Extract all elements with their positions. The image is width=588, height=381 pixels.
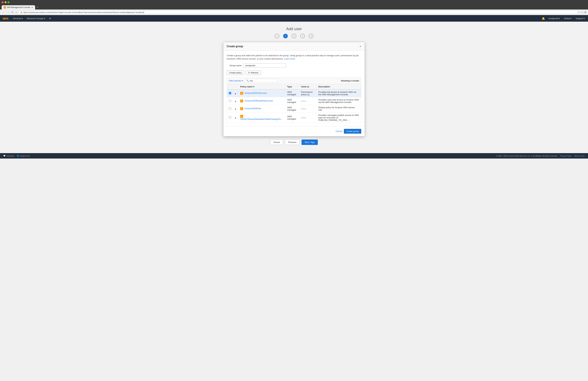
expand-icon-3	[235, 108, 236, 110]
traffic-lights	[2, 1, 586, 3]
policy-name-link-1[interactable]: AmazonSNSFullAccess	[244, 92, 267, 94]
policy-icon-3: ■	[240, 107, 243, 110]
toolbar-extensions: ⋯ ☆ ☰	[578, 11, 586, 14]
row-checkbox-4[interactable]	[229, 116, 231, 119]
create-group-button[interactable]: Create group	[344, 129, 361, 134]
modal-header: Create group ×	[223, 42, 365, 51]
privacy-policy-link[interactable]: Privacy Policy	[560, 155, 571, 157]
table-row: ■ AmazonSNSReadOnlyAccess AWS managed No…	[227, 97, 361, 105]
extensions-icon: ⋯	[578, 11, 581, 14]
region-nav-item[interactable]: Global	[563, 17, 572, 20]
learn-more-link[interactable]: Learn more	[284, 58, 295, 60]
browser-tabs: ⚡ IAM Management Console ✕ +	[2, 5, 586, 10]
feedback-link[interactable]: 💬 Feedback	[3, 155, 14, 157]
policy-table: Policy name ▾ Type Used as Description	[227, 84, 361, 123]
row-checkbox-cell-2[interactable]	[227, 97, 233, 105]
refresh-button[interactable]: ↻ Refresh	[246, 70, 261, 75]
back-button[interactable]: ←	[2, 11, 5, 14]
type-header: Type	[285, 84, 299, 90]
services-nav-item[interactable]: Services	[12, 17, 23, 20]
policy-name-link-3[interactable]: AmazonSNSRole	[244, 107, 261, 110]
step-3: 3	[292, 34, 296, 38]
resource-groups-nav-item[interactable]: Resource Groups	[26, 17, 46, 20]
close-window-button[interactable]	[2, 1, 4, 3]
refresh-icon: ↻	[248, 71, 250, 74]
modal-cancel-button[interactable]: Cancel	[336, 129, 342, 134]
modal-title: Create group	[227, 45, 243, 48]
search-input[interactable]	[250, 80, 276, 82]
search-box: 🔍	[245, 79, 277, 83]
description-header: Description	[316, 84, 361, 90]
row-checkbox-cell-1[interactable]	[227, 89, 233, 97]
policy-name-link-2[interactable]: AmazonSNSReadOnlyAccess	[244, 100, 273, 102]
policy-name-cell-4: ■ AWSIoTDeviceDefenderPublishFindingsTo.…	[238, 113, 285, 123]
sort-icon: ▾	[253, 85, 254, 88]
row-checkbox-3[interactable]	[229, 107, 231, 110]
modal-close-button[interactable]: ×	[359, 45, 361, 48]
step-2: 2	[283, 34, 288, 38]
policy-name-link-4[interactable]: AWSIoTDeviceDefenderPublishFindingsTo...	[240, 118, 282, 120]
create-group-modal: Create group × Create a group and select…	[223, 42, 365, 136]
home-button[interactable]: ⌂	[15, 11, 18, 14]
maximize-window-button[interactable]	[8, 1, 10, 3]
row-checkbox-cell-3[interactable]	[227, 105, 233, 113]
services-chevron-icon	[22, 17, 23, 20]
pin-icon[interactable]: ★	[48, 17, 52, 20]
tab-title: IAM Management Console	[7, 6, 30, 9]
previous-button[interactable]: Previous	[285, 140, 300, 145]
row-checkbox-1[interactable]	[229, 92, 231, 94]
user-nav-item[interactable]: sendportal	[548, 17, 561, 20]
language-selector[interactable]: 🌐 English (US)	[17, 155, 30, 157]
expand-cell-3[interactable]	[233, 105, 238, 113]
group-name-input[interactable]	[243, 63, 286, 68]
terms-of-use-link[interactable]: Terms of Use	[574, 155, 585, 157]
tab-favicon: ⚡	[4, 6, 6, 9]
next-button[interactable]: Next: Tags	[302, 140, 318, 145]
forward-button[interactable]: →	[6, 11, 10, 14]
support-chevron-icon	[584, 17, 585, 20]
expand-cell-2[interactable]	[233, 97, 238, 105]
user-label: sendportal	[548, 17, 558, 20]
table-row: ■ AmazonSNSFullAccess AWS managed Permis…	[227, 89, 361, 97]
filter-left: Filter policies 🔍	[229, 79, 277, 83]
tab-close-button[interactable]: ✕	[31, 6, 33, 9]
modal-description: Create a group and select the policies t…	[227, 54, 361, 60]
page-cancel-button[interactable]: Cancel	[270, 140, 283, 145]
minimize-window-button[interactable]	[5, 1, 7, 3]
used-as-cell-2: None	[299, 97, 316, 105]
bookmark-icon: ☆	[581, 11, 584, 14]
row-checkbox-cell-4[interactable]	[227, 113, 233, 123]
step-4: 4	[300, 34, 305, 38]
copyright-text: © 2008 - 2020, Amazon Web Services, Inc.…	[496, 155, 558, 157]
aws-logo: aws	[3, 17, 8, 20]
expand-cell-4[interactable]	[233, 113, 238, 123]
group-name-row: Group name	[227, 63, 361, 68]
filter-chevron-icon	[242, 80, 243, 82]
reload-button[interactable]: ↻	[11, 11, 14, 14]
browser-chrome: ⚡ IAM Management Console ✕ +	[0, 0, 588, 10]
page-footer-buttons: Cancel Previous Next: Tags	[7, 136, 581, 148]
menu-icon[interactable]: ☰	[584, 11, 586, 14]
services-label: Services	[13, 17, 21, 20]
policy-icon-4: ■	[240, 115, 243, 118]
description-cell-3: Default policy for Amazon SNS service ro…	[316, 105, 361, 113]
active-tab[interactable]: ⚡ IAM Management Console ✕	[2, 5, 35, 10]
new-tab-button[interactable]: +	[35, 5, 40, 10]
group-name-label: Group name	[227, 64, 242, 67]
description-cell-2: Provides read only access to Amazon SNS …	[316, 97, 361, 105]
type-cell-4: AWS managed	[285, 113, 299, 123]
modal-footer: Cancel Create group	[223, 126, 365, 136]
support-nav-item[interactable]: Support	[575, 17, 585, 20]
policy-icon-1: ■	[240, 92, 243, 95]
browser-toolbar: ← → ↻ ⌂ 🔒 https://console.aws.amazon.com…	[0, 10, 588, 15]
create-policy-button[interactable]: Create policy	[227, 70, 244, 75]
step-1: 1	[275, 34, 279, 38]
row-checkbox-2[interactable]	[229, 100, 231, 102]
page-title: Add user	[7, 27, 581, 31]
expand-cell-1[interactable]	[233, 89, 238, 97]
filter-policies-button[interactable]: Filter policies	[229, 80, 243, 82]
filter-row: Filter policies 🔍 Showing 4 results	[227, 77, 361, 84]
address-bar[interactable]: 🔒 https://console.aws.amazon.com/iam/hom…	[19, 10, 578, 14]
aws-nav: aws Services Resource Groups ★ 🔔 sendpor…	[0, 15, 588, 22]
notifications-bell-icon[interactable]: 🔔	[542, 17, 545, 20]
